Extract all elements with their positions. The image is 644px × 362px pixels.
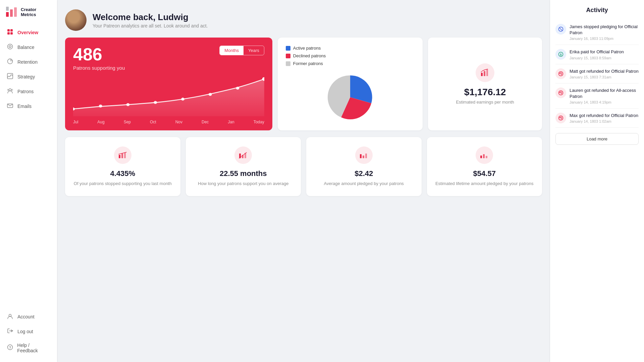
logo-icon [5, 6, 17, 18]
toggle-buttons: Months Years [219, 46, 264, 55]
load-more-button[interactable]: Load more [555, 133, 639, 145]
activity-time-erika: January 15, 1803 8:59am [570, 56, 639, 60]
lifetime-label: Estimated lifetime amount pledged by you… [435, 181, 534, 187]
activity-title: Activity [555, 7, 639, 14]
activity-text-matt: Matt got refunded for Official Patron [570, 68, 639, 74]
lifetime-value: $54.57 [473, 169, 496, 178]
balance-icon [7, 44, 13, 51]
lifetime-icon [476, 146, 493, 164]
svg-point-21 [99, 105, 102, 108]
activity-item-erika: $ Erika paid for Official Patron January… [555, 45, 639, 64]
overview-label: Overview [17, 30, 38, 35]
logo: Creator Metrics [0, 0, 57, 25]
emails-label: Emails [17, 104, 32, 109]
strategy-label: Strategy [17, 74, 35, 79]
svg-rect-4 [7, 29, 10, 32]
sidebar-nav: Overview Balance Retention Strategy Patr… [0, 25, 57, 306]
line-chart: Jul Aug Sep Oct Nov Dec Jan Today [73, 76, 264, 116]
chart-label-today: Today [254, 120, 264, 124]
sidebar-item-account[interactable]: Account [3, 310, 54, 324]
activity-content-erika: Erika paid for Official Patron January 1… [570, 49, 639, 60]
svg-point-14 [11, 89, 13, 90]
earnings-amount: $1,176.12 [464, 87, 506, 98]
patrons-card: 486 Patrons supporting you Months Years [65, 38, 272, 130]
activity-item-max: Max got refunded for Official Patron Jan… [555, 109, 639, 128]
svg-point-51 [559, 116, 563, 120]
svg-rect-31 [119, 155, 120, 158]
refund-icon-lauren [555, 87, 566, 98]
sidebar-item-balance[interactable]: Balance [3, 40, 54, 54]
svg-rect-1 [10, 9, 13, 17]
activity-content-max: Max got refunded for Official Patron Jan… [570, 113, 639, 123]
legend-declined: Declined patrons [286, 53, 415, 58]
svg-rect-32 [121, 154, 123, 158]
svg-point-22 [126, 103, 130, 106]
pie-legend: Active patrons Declined patrons Former p… [286, 46, 415, 66]
svg-rect-39 [360, 154, 362, 158]
legend-active-label: Active patrons [293, 46, 321, 51]
bottom-grid: 4.435% Of your patrons stopped supportin… [65, 137, 542, 196]
chart-label-dec: Dec [202, 120, 209, 124]
svg-point-49 [559, 71, 563, 76]
pie-chart-card: Active patrons Declined patrons Former p… [278, 38, 423, 130]
chart-label-oct: Oct [150, 120, 156, 124]
svg-point-8 [8, 44, 13, 49]
svg-point-13 [7, 89, 9, 90]
activity-item-matt: Matt got refunded for Official Patron Ja… [555, 64, 639, 83]
avatar [65, 9, 87, 31]
legend-dot-declined [286, 54, 290, 58]
legend-former-label: Former patrons [293, 61, 323, 66]
metric-card-pledge: $2.42 Average amount pledged by your pat… [306, 137, 422, 196]
sidebar-item-logout[interactable]: Log out [3, 324, 54, 339]
svg-rect-0 [6, 12, 9, 17]
churn-value: 4.435% [110, 169, 135, 178]
logout-label: Log out [17, 329, 33, 334]
main-content: Welcome back, Ludwig Your Patreon analyt… [57, 0, 550, 362]
sidebar-item-overview[interactable]: Overview [3, 25, 54, 40]
chart-label-sep: Sep [124, 120, 131, 124]
sidebar-bottom: Account Log out ? Help / Feedback [0, 306, 57, 362]
sidebar-item-emails[interactable]: Emails [3, 99, 54, 113]
help-label: Help / Feedback [17, 343, 50, 353]
paid-icon: $ [555, 49, 566, 60]
years-toggle[interactable]: Years [244, 46, 264, 55]
sidebar-item-retention[interactable]: Retention [3, 55, 54, 69]
header: Welcome back, Ludwig Your Patreon analyt… [65, 9, 542, 31]
balance-label: Balance [17, 45, 35, 50]
earnings-label: Estimated earnings per month [456, 100, 514, 105]
pledge-label: Average amount pledged by your patrons [324, 181, 404, 187]
svg-rect-40 [363, 156, 364, 158]
sidebar: Creator Metrics Overview Balance Retenti… [0, 0, 57, 362]
legend-declined-label: Declined patrons [293, 53, 326, 58]
chart-label-aug: Aug [97, 120, 104, 124]
activity-time-max: January 14, 1803 1:02am [570, 119, 639, 123]
svg-point-23 [154, 101, 157, 104]
svg-rect-5 [10, 29, 13, 32]
pie-chart [286, 72, 415, 122]
help-icon: ? [7, 344, 13, 352]
activity-content-lauren: Lauren got refunded for All-access Patro… [570, 87, 639, 104]
sidebar-item-help[interactable]: ? Help / Feedback [3, 339, 54, 357]
months-label: How long your patrons support you on ave… [198, 181, 288, 187]
chart-label-nov: Nov [175, 120, 182, 124]
svg-rect-41 [365, 154, 367, 158]
logo-text: Creator Metrics [21, 7, 36, 17]
metric-card-months: 22.55 months How long your patrons suppo… [186, 137, 301, 196]
sidebar-item-patrons[interactable]: Patrons [3, 84, 54, 99]
activity-item-lauren: Lauren got refunded for All-access Patro… [555, 83, 639, 109]
activity-panel: Activity James stopped pledging for Offi… [550, 0, 644, 362]
svg-point-25 [209, 93, 212, 96]
sidebar-item-strategy[interactable]: Strategy [3, 70, 54, 84]
metric-card-churn: 4.435% Of your patrons stopped supportin… [65, 137, 180, 196]
emails-icon [7, 103, 13, 110]
svg-rect-7 [10, 32, 13, 35]
months-toggle[interactable]: Months [220, 46, 244, 55]
activity-item-james: James stopped pledging for Official Patr… [555, 20, 639, 45]
patron-label: Patrons supporting you [73, 65, 264, 71]
svg-rect-43 [483, 154, 485, 158]
svg-rect-3 [6, 7, 9, 11]
earnings-card: $1,176.12 Estimated earnings per month [428, 38, 542, 130]
svg-rect-29 [484, 71, 485, 76]
svg-rect-33 [124, 153, 126, 158]
retention-icon [7, 58, 13, 66]
